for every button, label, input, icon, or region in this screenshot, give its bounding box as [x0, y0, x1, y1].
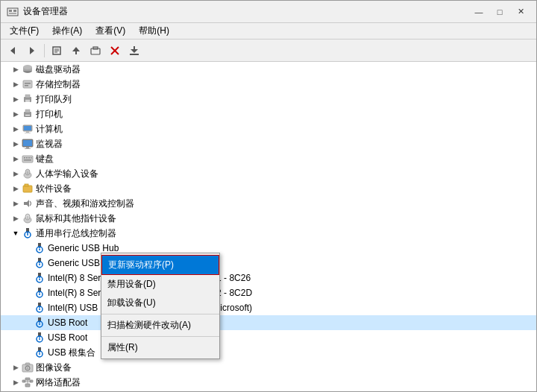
intel-ehci-2-icon [34, 287, 45, 299]
svg-rect-95 [25, 384, 30, 387]
tree-item-software[interactable]: ▶ 软件设备 [1, 181, 536, 196]
keyboards-icon [22, 153, 34, 165]
minimize-button[interactable]: — [469, 4, 489, 19]
expand-arrow[interactable]: ▶ [10, 168, 22, 180]
network-icon [22, 376, 34, 388]
ctx-disable-device[interactable]: 禁用设备(D) [101, 275, 219, 294]
ctx-properties-label: 属性(R) [107, 341, 138, 354]
maximize-button[interactable]: □ [490, 4, 509, 19]
tree-item-keyboards[interactable]: ▶ 键盘 [1, 151, 536, 166]
tree-item-intel-ehci-2[interactable]: Intel(R) 8 Series/C220 Series USB EHCI #… [1, 285, 536, 300]
tree-item-monitors[interactable]: ▶ 监视器 [1, 136, 536, 151]
tree-item-storage[interactable]: ▶ 存储控制器 [1, 77, 536, 92]
expand-arrow[interactable]: ▶ [10, 63, 22, 75]
tree-item-imaging[interactable]: ▶ 图像设备 [1, 360, 536, 375]
svg-marker-4 [10, 47, 15, 54]
expand-arrow[interactable]: ▶ [10, 361, 22, 373]
svg-point-58 [27, 234, 28, 235]
menu-file[interactable]: 文件(F) [4, 23, 45, 39]
usb-root-1-icon [34, 317, 45, 329]
expand-arrow[interactable]: ▶ [10, 212, 22, 224]
remove-device-button[interactable] [106, 42, 124, 60]
tree-item-system[interactable]: ▶ 系统设备 [1, 390, 536, 391]
svg-rect-35 [25, 133, 31, 133]
hid-label: 人体学输入设备 [36, 168, 98, 180]
svg-rect-45 [24, 159, 31, 161]
tree-item-print-queue[interactable]: ▶ 打印队列 [1, 92, 536, 107]
generic-hub-1-label: Generic USB Hub [48, 243, 119, 253]
forward-button[interactable] [23, 42, 41, 60]
tree-item-intel-ehci-1[interactable]: Intel(R) 8 Series/C220 Series USB EHCI #… [1, 271, 536, 285]
tree-item-usb-root-3[interactable]: USB 根集合 [1, 345, 536, 360]
svg-point-94 [27, 367, 29, 370]
expand-arrow[interactable]: ▶ [10, 153, 22, 165]
title-bar: 设备管理器 — □ ✕ [1, 1, 536, 23]
usb-root-3-icon [34, 347, 45, 358]
no-arrow [22, 332, 34, 344]
tree-item-generic-hub-2[interactable]: Generic USB Hub [1, 256, 536, 271]
window-title: 设备管理器 [23, 5, 68, 18]
svg-point-74 [39, 294, 40, 295]
expand-arrow[interactable]: ▶ [10, 93, 22, 105]
svg-rect-22 [23, 80, 32, 88]
sound-label: 声音、视频和游戏控制器 [36, 197, 134, 210]
tree-item-sound[interactable]: ▶ 声音、视频和游戏控制器 [1, 196, 536, 211]
svg-marker-16 [131, 49, 138, 53]
expand-arrow[interactable]: ▶ [10, 108, 22, 120]
tree-item-disk-drives[interactable]: ▶ 磁盘驱动器 [1, 62, 536, 77]
context-menu: 更新驱动程序(P) 禁用设备(D) 卸载设备(U) 扫描检测硬件改动(A) 属性… [101, 253, 220, 359]
scan-hardware-toolbar-button[interactable] [87, 42, 104, 60]
svg-rect-27 [25, 100, 30, 101]
properties-button[interactable] [48, 42, 66, 60]
svg-point-78 [39, 309, 40, 310]
back-button[interactable] [4, 42, 22, 60]
tree-item-generic-hub-1[interactable]: Generic USB Hub [1, 241, 536, 256]
expand-arrow[interactable]: ▶ [10, 183, 22, 195]
device-tree[interactable]: ▶ 磁盘驱动器 ▶ 存储控制器 ▶ 打印队列 [1, 62, 536, 391]
ctx-scan-hardware[interactable]: 扫描检测硬件改动(A) [101, 316, 219, 335]
ctx-uninstall-device[interactable]: 卸载设备(U) [101, 294, 219, 312]
usb-root-3-label: USB 根集合 [48, 347, 95, 359]
context-menu-separator-2 [101, 336, 219, 337]
storage-label: 存储控制器 [36, 78, 81, 91]
tree-item-network[interactable]: ▶ 网络适配器 [1, 375, 536, 390]
tree-item-usb-root-2[interactable]: USB Root [1, 330, 536, 345]
usb-controllers-label: 通用串行总线控制器 [36, 227, 116, 240]
update-driver-toolbar-button[interactable] [67, 42, 85, 60]
tree-item-hid[interactable]: ▶ 人体学输入设备 [1, 166, 536, 181]
expand-arrow[interactable]: ▶ [10, 197, 22, 209]
svg-rect-11 [75, 51, 77, 54]
expand-arrow[interactable]: ▶ [10, 78, 22, 90]
svg-marker-51 [24, 200, 29, 207]
mice-label: 鼠标和其他指针设备 [36, 212, 116, 225]
tree-item-usb-controllers[interactable]: ▼ 通用串行总线控制器 [1, 226, 536, 241]
ctx-properties[interactable]: 属性(R) [101, 338, 219, 357]
storage-icon [22, 78, 34, 90]
expand-arrow[interactable]: ▶ [10, 123, 22, 135]
svg-rect-18 [130, 54, 139, 55]
install-driver-button[interactable] [125, 42, 143, 60]
menu-view[interactable]: 查看(V) [90, 23, 131, 39]
svg-rect-30 [25, 110, 30, 113]
close-button[interactable]: ✕ [511, 4, 530, 19]
tree-item-usb-root-1[interactable]: USB Root [1, 315, 536, 330]
computers-label: 计算机 [36, 123, 63, 136]
ctx-update-driver-label: 更新驱动程序(P) [108, 259, 174, 271]
tree-item-computers[interactable]: ▶ 计算机 [1, 121, 536, 136]
tree-item-mice[interactable]: ▶ 鼠标和其他指针设备 [1, 211, 536, 226]
menu-help[interactable]: 帮助(H) [133, 23, 175, 39]
expand-arrow[interactable]: ▼ [10, 227, 22, 239]
intel-xhci-icon [34, 302, 45, 314]
software-label: 软件设备 [36, 183, 72, 195]
ctx-update-driver[interactable]: 更新驱动程序(P) [101, 255, 219, 275]
expand-arrow[interactable]: ▶ [10, 138, 22, 150]
svg-rect-96 [22, 380, 25, 382]
expand-arrow[interactable]: ▶ [10, 376, 22, 388]
tree-item-intel-xhci[interactable]: Intel(R) USB 3.0 可扩展主机控制器 - 1.0 (Microso… [1, 300, 536, 315]
menu-action[interactable]: 操作(A) [46, 23, 88, 39]
computers-icon [22, 123, 34, 135]
intel-ehci-1-icon [34, 272, 45, 284]
tree-item-printers[interactable]: ▶ 打印机 [1, 107, 536, 121]
svg-point-82 [39, 323, 40, 325]
sound-icon [22, 197, 34, 209]
